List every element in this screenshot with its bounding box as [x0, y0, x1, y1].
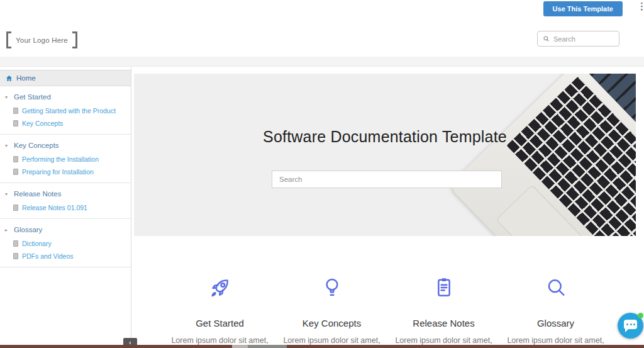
page-title: Software Documentation Template: [134, 128, 636, 146]
header-divider-band: [0, 57, 644, 67]
feature-get-started[interactable]: Get Started Lorem ipsum dolor sit amet, …: [164, 275, 276, 348]
document-icon: [13, 253, 18, 259]
footer-image-edge: [0, 345, 644, 348]
sidebar-item-pdfs-and-videos[interactable]: PDFs and Videos: [0, 250, 131, 262]
section-label: Release Notes: [14, 190, 61, 198]
laptop-photo: [448, 74, 636, 236]
sidebar-item-dictionary[interactable]: Dictionary: [0, 237, 131, 250]
feature-title: Get Started: [164, 318, 276, 328]
feature-release-notes[interactable]: Release Notes Lorem ipsum dolor sit amet…: [388, 275, 500, 348]
sidebar-item-preparing-installation[interactable]: Preparing for Installation: [0, 166, 131, 178]
header: Use This Template ⋮ Your Logo Here: [0, 0, 644, 57]
sidebar-link: Dictionary: [22, 240, 52, 247]
caret-down-icon: ▾: [5, 143, 14, 149]
document-icon: [13, 120, 18, 126]
main: Software Documentation Template: [131, 67, 644, 348]
feature-title: Glossary: [500, 318, 612, 328]
overflow-menu-icon[interactable]: ⋮: [637, 1, 644, 12]
caret-down-icon: ▾: [5, 94, 14, 100]
sidebar-link: Getting Started with the Product: [22, 107, 116, 115]
sidebar: Home ▾ Get Started Getting Started with …: [0, 67, 131, 348]
sidebar-link: Key Concepts: [22, 120, 63, 127]
header-search-input[interactable]: [553, 35, 614, 43]
header-search-box[interactable]: [537, 31, 619, 47]
sidebar-home-label: Home: [16, 74, 36, 82]
lightbulb-icon: [319, 275, 345, 300]
sidebar-item-key-concepts-page[interactable]: Key Concepts: [0, 117, 131, 130]
document-icon: [13, 108, 18, 114]
home-icon: [6, 75, 13, 82]
sidebar-section-release-notes[interactable]: ▾ Release Notes: [0, 183, 131, 201]
logo-text: Your Logo Here: [11, 36, 72, 44]
document-icon: [13, 240, 18, 247]
section-label: Get Started: [14, 93, 51, 101]
content: Home ▾ Get Started Getting Started with …: [0, 67, 644, 348]
sidebar-item-getting-started-with-product[interactable]: Getting Started with the Product: [0, 104, 131, 117]
sidebar-item-release-notes-01091[interactable]: Release Notes 01.091: [0, 201, 131, 214]
hero-banner: Software Documentation Template: [134, 74, 636, 236]
features-row: Get Started Lorem ipsum dolor sit amet, …: [131, 275, 644, 348]
document-icon: [13, 156, 18, 162]
feature-title: Release Notes: [388, 318, 500, 328]
feature-glossary[interactable]: Glossary Lorem ipsum dolor sit amet, con…: [500, 275, 612, 348]
sidebar-section-get-started[interactable]: ▾ Get Started: [0, 86, 131, 104]
feature-title: Key Concepts: [276, 318, 388, 328]
sidebar-link: Preparing for Installation: [22, 168, 94, 176]
caret-down-icon: ▾: [5, 191, 14, 197]
online-status-dot: [638, 313, 643, 318]
sidebar-item-home[interactable]: Home: [0, 70, 131, 86]
magnifier-icon: [543, 275, 569, 300]
document-icon: [13, 169, 18, 175]
sidebar-section-key-concepts[interactable]: ▾ Key Concepts: [0, 135, 131, 153]
use-template-button[interactable]: Use This Template: [543, 1, 623, 16]
sidebar-link: Release Notes 01.091: [22, 204, 87, 211]
logo: Your Logo Here: [6, 31, 77, 48]
chat-bubble-icon: [624, 320, 637, 329]
search-icon: [543, 35, 550, 42]
laptop-body: [448, 74, 636, 236]
section-label: Key Concepts: [14, 142, 59, 149]
feature-key-concepts[interactable]: Key Concepts Lorem ipsum dolor sit amet,…: [276, 275, 388, 348]
logo-bracket-right: [72, 31, 77, 48]
sidebar-item-performing-installation[interactable]: Performing the Installation: [0, 153, 131, 166]
page: Use This Template ⋮ Your Logo Here Ho: [0, 0, 644, 348]
caret-right-icon: ▸: [5, 227, 14, 233]
hero-search-input[interactable]: [272, 176, 501, 183]
sidebar-divider: [0, 267, 131, 267]
document-icon: [13, 205, 18, 211]
section-label: Glossary: [14, 226, 42, 233]
chat-widget-button[interactable]: [618, 313, 643, 339]
rocket-icon: [208, 275, 233, 300]
hero-search-box[interactable]: [272, 171, 502, 188]
clipboard-icon: [431, 275, 457, 300]
sidebar-link: Performing the Installation: [22, 155, 99, 163]
sidebar-link: PDFs and Videos: [22, 252, 74, 260]
logo-bracket-left: [6, 31, 11, 48]
sidebar-section-glossary[interactable]: ▸ Glossary: [0, 219, 131, 237]
